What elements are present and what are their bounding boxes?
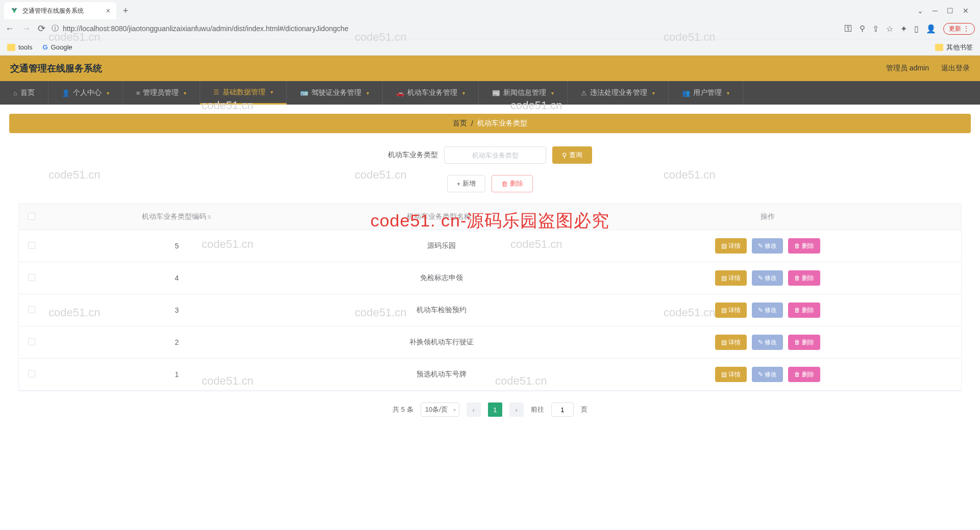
edit-icon: ✎ bbox=[758, 274, 763, 282]
breadcrumb-home[interactable]: 首页 bbox=[453, 119, 467, 128]
page-1-button[interactable]: 1 bbox=[488, 402, 502, 417]
batch-delete-button[interactable]: 🗑 删除 bbox=[492, 175, 533, 192]
new-tab-button[interactable]: + bbox=[118, 4, 133, 18]
nav-item-1[interactable]: 👤个人中心▾ bbox=[48, 81, 123, 105]
table-row: 4免检标志申领▤详情✎修改🗑删除 bbox=[19, 262, 961, 294]
table-row: 1预选机动车号牌▤详情✎修改🗑删除 bbox=[19, 359, 961, 391]
nav-item-0[interactable]: ⌂首页 bbox=[0, 81, 48, 105]
key-icon[interactable]: ⚿ bbox=[844, 24, 852, 33]
folder-icon bbox=[935, 44, 943, 51]
close-tab-icon[interactable]: × bbox=[106, 7, 110, 15]
goto-suffix: 页 bbox=[581, 405, 587, 414]
profile-icon[interactable]: 👤 bbox=[926, 24, 936, 34]
cell-code: 4 bbox=[44, 262, 309, 294]
goto-page-input[interactable] bbox=[551, 402, 574, 417]
close-window-icon[interactable]: ✕ bbox=[963, 7, 969, 15]
doc-icon: ▤ bbox=[721, 339, 727, 346]
doc-icon: ▤ bbox=[721, 371, 727, 378]
doc-icon: ▤ bbox=[721, 307, 727, 314]
row-checkbox[interactable] bbox=[28, 306, 35, 313]
back-icon[interactable]: ← bbox=[5, 23, 14, 34]
logout-link[interactable]: 退出登录 bbox=[941, 64, 970, 73]
delete-button[interactable]: 🗑删除 bbox=[788, 335, 820, 350]
chevron-down-icon: ▾ bbox=[366, 90, 369, 96]
edit-button[interactable]: ✎修改 bbox=[752, 335, 783, 350]
row-checkbox[interactable] bbox=[28, 274, 35, 281]
browser-tab[interactable]: 交通管理在线服务系统 × bbox=[4, 2, 116, 19]
nav-item-7[interactable]: ⚠违法处理业务管理▾ bbox=[568, 81, 669, 105]
chevron-down-icon: ▾ bbox=[652, 90, 655, 96]
page-size-select[interactable]: 10条/页 bbox=[421, 402, 459, 417]
row-checkbox[interactable] bbox=[28, 370, 35, 377]
trash-icon: 🗑 bbox=[794, 242, 800, 249]
nav-item-6[interactable]: 📰新闻信息管理▾ bbox=[479, 81, 568, 105]
detail-button[interactable]: ▤详情 bbox=[715, 302, 747, 318]
detail-button[interactable]: ▤详情 bbox=[715, 367, 747, 382]
edit-button[interactable]: ✎修改 bbox=[752, 270, 783, 286]
nav-item-8[interactable]: 👥用户管理▾ bbox=[669, 81, 743, 105]
cell-code: 2 bbox=[44, 326, 309, 359]
delete-button[interactable]: 🗑删除 bbox=[788, 302, 820, 318]
trash-icon: 🗑 bbox=[794, 339, 800, 346]
chevron-down-icon: ▾ bbox=[551, 90, 554, 96]
cell-name: 补换领机动车行驶证 bbox=[309, 326, 574, 359]
trash-icon: 🗑 bbox=[794, 274, 800, 282]
delete-button[interactable]: 🗑删除 bbox=[788, 270, 820, 286]
chevron-down-icon: ▾ bbox=[727, 90, 729, 96]
detail-button[interactable]: ▤详情 bbox=[715, 238, 747, 254]
bookmark-tools[interactable]: tools bbox=[7, 43, 32, 51]
detail-button[interactable]: ▤详情 bbox=[715, 335, 747, 350]
col-name[interactable]: 机动车业务类型名称⇅ bbox=[309, 204, 574, 230]
nav-icon: ☰ bbox=[213, 88, 219, 96]
next-page-button[interactable]: › bbox=[509, 402, 524, 417]
tab-title: 交通管理在线服务系统 bbox=[22, 7, 84, 15]
edit-button[interactable]: ✎修改 bbox=[752, 238, 783, 254]
edit-button[interactable]: ✎修改 bbox=[752, 302, 783, 318]
breadcrumb: 首页 / 机动车业务类型 bbox=[9, 114, 971, 133]
bookmark-other[interactable]: 其他书签 bbox=[935, 43, 973, 52]
extensions-icon[interactable]: ✦ bbox=[900, 24, 907, 34]
search-icon[interactable]: ⚲ bbox=[860, 24, 865, 33]
nav-icon: 🪪 bbox=[300, 89, 308, 97]
nav-label: 管理员管理 bbox=[143, 88, 179, 97]
forward-icon[interactable]: → bbox=[21, 23, 31, 34]
detail-button[interactable]: ▤详情 bbox=[715, 270, 747, 286]
nav-item-2[interactable]: ≡管理员管理▾ bbox=[123, 81, 201, 105]
bookmark-google[interactable]: GGoogle bbox=[42, 43, 72, 51]
plus-icon: + bbox=[457, 180, 461, 188]
info-icon: ⓘ bbox=[52, 24, 59, 33]
chevron-down-icon: ▾ bbox=[107, 90, 109, 96]
share-icon[interactable]: ⇪ bbox=[872, 24, 879, 34]
row-checkbox[interactable] bbox=[28, 242, 35, 249]
search-button[interactable]: ⚲ 查询 bbox=[552, 146, 592, 164]
search-label: 机动车业务类型 bbox=[388, 150, 438, 160]
nav-label: 首页 bbox=[20, 88, 35, 97]
goto-prefix: 前往 bbox=[531, 405, 544, 414]
panel-icon[interactable]: ▯ bbox=[914, 24, 919, 34]
row-checkbox[interactable] bbox=[28, 338, 35, 345]
add-button[interactable]: + 新增 bbox=[447, 175, 486, 192]
delete-button[interactable]: 🗑删除 bbox=[788, 367, 820, 382]
maximize-icon[interactable]: ☐ bbox=[947, 7, 953, 15]
update-button[interactable]: 更新 ⋮ bbox=[943, 23, 975, 35]
nav-item-5[interactable]: 🚗机动车业务管理▾ bbox=[383, 81, 479, 105]
nav-label: 个人中心 bbox=[73, 88, 102, 97]
chevron-down-icon[interactable]: ⌄ bbox=[917, 7, 923, 15]
sort-icon: ⇅ bbox=[472, 214, 476, 220]
select-all-checkbox[interactable] bbox=[28, 213, 35, 220]
nav-item-4[interactable]: 🪪驾驶证业务管理▾ bbox=[287, 81, 383, 105]
col-code[interactable]: 机动车业务类型编码⇅ bbox=[44, 204, 309, 230]
cell-name: 预选机动车号牌 bbox=[309, 359, 574, 391]
minimize-icon[interactable]: ─ bbox=[933, 7, 938, 15]
user-label[interactable]: 管理员 admin bbox=[886, 64, 929, 73]
star-icon[interactable]: ☆ bbox=[886, 24, 893, 34]
address-bar[interactable]: ⓘ http://localhost:8080/jiaotongguanliza… bbox=[52, 24, 838, 33]
pagination: 共 5 条 10条/页 ‹ 1 › 前往 页 bbox=[9, 402, 971, 417]
prev-page-button[interactable]: ‹ bbox=[467, 402, 481, 417]
delete-button[interactable]: 🗑删除 bbox=[788, 238, 820, 254]
reload-icon[interactable]: ⟳ bbox=[38, 23, 45, 34]
search-input[interactable] bbox=[444, 146, 546, 164]
nav-item-3[interactable]: ☰基础数据管理▾ bbox=[200, 81, 287, 105]
chevron-down-icon: ▾ bbox=[271, 89, 273, 95]
edit-button[interactable]: ✎修改 bbox=[752, 367, 783, 382]
